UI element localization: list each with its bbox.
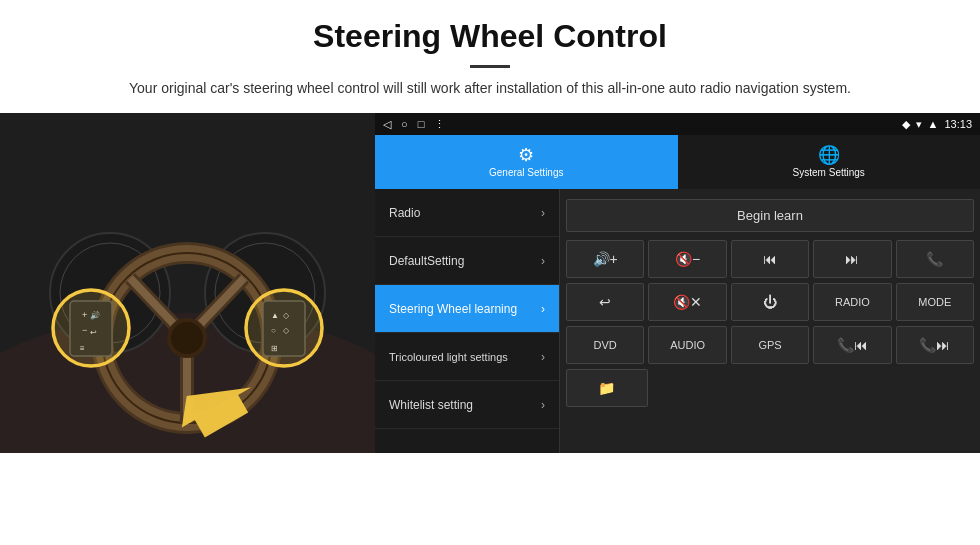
- menu-item-steering[interactable]: Steering Wheel learning ›: [375, 285, 559, 333]
- prev-button[interactable]: ⏮: [731, 240, 809, 278]
- tel-next-button[interactable]: 📞⏭: [896, 326, 974, 364]
- chevron-icon: ›: [541, 398, 545, 412]
- power-icon: ⏻: [763, 294, 777, 310]
- tel-prev-button[interactable]: 📞⏮: [813, 326, 891, 364]
- chevron-icon: ›: [541, 302, 545, 316]
- prev-icon: ⏮: [763, 251, 777, 267]
- menu-item-radio[interactable]: Radio ›: [375, 189, 559, 237]
- audio-button[interactable]: AUDIO: [648, 326, 726, 364]
- mute-icon: 🔇✕: [673, 294, 702, 310]
- file-icon: 📁: [598, 380, 615, 396]
- page-title: Steering Wheel Control: [0, 0, 980, 59]
- location-icon: ◆: [902, 118, 910, 131]
- svg-point-30: [53, 290, 129, 366]
- next-icon: ⏭: [845, 251, 859, 267]
- tab-general[interactable]: ⚙ General Settings: [375, 135, 678, 189]
- radio-button[interactable]: RADIO: [813, 283, 891, 321]
- gps-button[interactable]: GPS: [731, 326, 809, 364]
- steering-wheel-image: + − 🔊 ↩ ≡ ▲ ◇ ○ ◇ ⊞: [0, 113, 375, 453]
- button-row-3: DVD AUDIO GPS 📞⏮ 📞⏭: [566, 326, 974, 364]
- status-indicators: ◆ ▾ ▲ 13:13: [902, 118, 972, 131]
- begin-learn-button[interactable]: Begin learn: [566, 199, 974, 232]
- hook-icon: ↩: [599, 294, 611, 310]
- tab-bar: ⚙ General Settings 🌐 System Settings: [375, 135, 980, 189]
- menu-item-default[interactable]: DefaultSetting ›: [375, 237, 559, 285]
- system-icon: 🌐: [818, 146, 840, 164]
- button-row-1: 🔊+ 🔇− ⏮ ⏭ 📞: [566, 240, 974, 278]
- chevron-icon: ›: [541, 350, 545, 364]
- left-menu: Radio › DefaultSetting › Steering Wheel …: [375, 189, 560, 453]
- dvd-label: DVD: [594, 339, 617, 351]
- chevron-icon: ›: [541, 254, 545, 268]
- vol-down-button[interactable]: 🔇−: [648, 240, 726, 278]
- home-nav[interactable]: ○: [401, 118, 408, 130]
- clock: 13:13: [944, 118, 972, 130]
- menu-item-tricoloured[interactable]: Tricoloured light settings ›: [375, 333, 559, 381]
- vol-up-icon: 🔊+: [593, 251, 618, 267]
- mode-label: MODE: [918, 296, 951, 308]
- wifi-icon: ▾: [916, 118, 922, 131]
- steering-wheel-svg: + − 🔊 ↩ ≡ ▲ ◇ ○ ◇ ⊞: [0, 113, 375, 453]
- radio-label: RADIO: [835, 296, 870, 308]
- menu-item-whitelist[interactable]: Whitelist setting ›: [375, 381, 559, 429]
- begin-learn-row: Begin learn: [566, 195, 974, 235]
- right-panel: Begin learn 🔊+ 🔇− ⏮ ⏭: [560, 189, 980, 453]
- back-nav[interactable]: ◁: [383, 118, 391, 131]
- nav-buttons: ◁ ○ □ ⋮: [383, 118, 445, 131]
- chevron-icon: ›: [541, 206, 545, 220]
- menu-nav[interactable]: ⋮: [434, 118, 445, 131]
- tab-system[interactable]: 🌐 System Settings: [678, 135, 981, 189]
- power-button[interactable]: ⏻: [731, 283, 809, 321]
- phone-answer-button[interactable]: 📞: [896, 240, 974, 278]
- settings-icon: ⚙: [518, 146, 534, 164]
- head-unit: ◁ ○ □ ⋮ ◆ ▾ ▲ 13:13 ⚙ General Settings 🌐…: [375, 113, 980, 453]
- svg-point-31: [246, 290, 322, 366]
- tel-next-icon: 📞⏭: [919, 337, 950, 353]
- tel-prev-icon: 📞⏮: [837, 337, 868, 353]
- phone-icon: 📞: [926, 251, 943, 267]
- signal-icon: ▲: [928, 118, 939, 130]
- button-row-4: 📁: [566, 369, 974, 407]
- gps-label: GPS: [758, 339, 781, 351]
- next-button[interactable]: ⏭: [813, 240, 891, 278]
- dvd-button[interactable]: DVD: [566, 326, 644, 364]
- audio-label: AUDIO: [670, 339, 705, 351]
- recents-nav[interactable]: □: [418, 118, 425, 130]
- mode-button[interactable]: MODE: [896, 283, 974, 321]
- title-divider: [470, 65, 510, 68]
- vol-up-button[interactable]: 🔊+: [566, 240, 644, 278]
- vol-down-icon: 🔇−: [675, 251, 700, 267]
- svg-point-17: [171, 322, 203, 354]
- mute-button[interactable]: 🔇✕: [648, 283, 726, 321]
- status-bar: ◁ ○ □ ⋮ ◆ ▾ ▲ 13:13: [375, 113, 980, 135]
- main-content: + − 🔊 ↩ ≡ ▲ ◇ ○ ◇ ⊞ ◁: [0, 113, 980, 453]
- hook-button[interactable]: ↩: [566, 283, 644, 321]
- button-row-2: ↩ 🔇✕ ⏻ RADIO MODE: [566, 283, 974, 321]
- content-area: Radio › DefaultSetting › Steering Wheel …: [375, 189, 980, 453]
- file-button[interactable]: 📁: [566, 369, 648, 407]
- subtitle-text: Your original car's steering wheel contr…: [100, 78, 880, 99]
